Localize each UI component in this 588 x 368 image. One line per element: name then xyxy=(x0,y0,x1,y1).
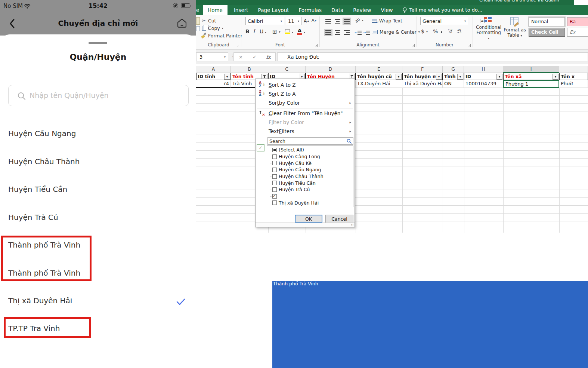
align-bottom-button[interactable] xyxy=(343,18,351,25)
format-painter-button[interactable]: Format Painter xyxy=(201,33,242,39)
tell-me-box[interactable]: Tell me what you want to do... xyxy=(407,5,483,15)
italic-button[interactable]: I xyxy=(253,28,255,34)
data-cell[interactable]: Phườ xyxy=(559,80,588,88)
home-button[interactable] xyxy=(176,17,188,30)
data-cell[interactable]: 1000104739 xyxy=(464,80,503,88)
align-right-button[interactable] xyxy=(343,29,351,36)
column-filter-button[interactable]: ▾ xyxy=(224,74,230,80)
menu-item-clear-filter[interactable]: × Clear Filter From "Tên Huyện" xyxy=(256,109,355,118)
number-format-select[interactable]: General▾ xyxy=(420,17,468,25)
filter-header-cell[interactable]: Tên huyện mớ▾ xyxy=(402,73,443,80)
menu-item-sort-a-to-z[interactable]: AZ↓ Sort A to Z xyxy=(256,80,355,89)
menu-item-sort-z-to-a[interactable]: ZA↓ Sort Z to A xyxy=(256,89,355,98)
column-header-j[interactable] xyxy=(559,66,588,73)
filter-header-cell[interactable]: Tình t▾ xyxy=(443,73,464,80)
filter-search-input[interactable] xyxy=(269,138,344,144)
cancel-button[interactable]: Cancel xyxy=(325,215,353,223)
data-cell[interactable]: Thị xã Duyên Hải xyxy=(402,80,443,88)
fill-color-button[interactable] xyxy=(285,29,290,34)
checklist-item[interactable]: Huyện Cầu Kè xyxy=(272,160,353,166)
font-dialog-launcher[interactable] xyxy=(314,44,318,47)
checklist-item[interactable]: Huyện Tiểu Cần xyxy=(272,180,353,186)
search-input[interactable] xyxy=(30,85,179,105)
align-left-button[interactable] xyxy=(324,29,332,36)
list-item-district[interactable]: Thành phố Trà Vinh xyxy=(8,269,188,279)
align-middle-button[interactable] xyxy=(333,18,342,25)
data-cell[interactable]: ON xyxy=(443,80,464,88)
column-filter-button[interactable]: ▾ xyxy=(496,74,502,80)
column-header-h[interactable]: H xyxy=(464,66,503,73)
tab-home[interactable]: Home xyxy=(203,5,228,15)
alignment-dialog-launcher[interactable] xyxy=(411,44,415,47)
font-size-select[interactable]: 11▾ xyxy=(286,17,301,25)
increase-indent-button[interactable]: → xyxy=(363,29,371,36)
list-item-district[interactable]: Thành phố Trà Vinh xyxy=(8,240,188,251)
grow-font-button[interactable]: A▲ xyxy=(304,18,309,24)
cut-button[interactable]: ✂Cut xyxy=(202,18,216,24)
ok-button[interactable]: OK xyxy=(295,215,322,223)
column-header-f[interactable]: F xyxy=(402,66,443,73)
underline-dropdown[interactable]: ▾ xyxy=(265,31,266,34)
filter-header-cell[interactable]: Tên xã▾ xyxy=(503,73,559,80)
list-item-district[interactable]: Huyện Trà Cú xyxy=(8,213,188,223)
tab-insert[interactable]: Insert xyxy=(229,5,253,15)
checklist-item-checked[interactable]: ✓Thành phố Trà Vinh xyxy=(272,193,353,200)
formula-input[interactable]: Xa Long Đưc xyxy=(277,52,588,61)
column-header-c[interactable]: C xyxy=(268,66,306,73)
decrease-indent-button[interactable]: ← xyxy=(354,29,363,36)
checklist-item[interactable]: Huyện Châu Thành xyxy=(272,173,353,180)
column-header-e[interactable]: E xyxy=(356,66,402,73)
tab-view[interactable]: View xyxy=(376,5,398,15)
filter-header-cell[interactable]: Tên huyện cũ▾ xyxy=(356,73,402,80)
filter-header-cell[interactable]: ID tỉnh▾ xyxy=(196,73,231,80)
district-search-field[interactable] xyxy=(8,85,189,106)
accounting-format-button[interactable]: $▾ xyxy=(421,28,428,34)
borders-button[interactable]: ⊞▾ xyxy=(272,28,281,35)
sheet-drag-handle[interactable] xyxy=(89,42,107,44)
list-item-district[interactable]: Huyện Châu Thành xyxy=(8,157,188,168)
list-item-district[interactable]: TP.TP Tra Vinh xyxy=(8,324,188,334)
data-cell[interactable]: TX.Duyên Hải xyxy=(356,80,402,88)
conditional-formatting-button[interactable]: ≠ ConditionalFormatting ▾ xyxy=(476,17,502,41)
decrease-decimal-button[interactable]: .00 →.0 xyxy=(457,29,461,34)
comma-style-button[interactable]: , xyxy=(440,27,443,34)
number-dialog-launcher[interactable] xyxy=(467,44,471,47)
data-cell[interactable]: 74 xyxy=(196,80,231,88)
clipboard-dialog-launcher[interactable] xyxy=(236,44,239,47)
data-cell-active[interactable]: Phường 1 xyxy=(503,80,559,88)
paste-button-fragment[interactable] xyxy=(196,17,200,25)
filter-search-field[interactable] xyxy=(267,137,353,145)
tab-review[interactable]: Review xyxy=(348,5,376,15)
column-header-a[interactable]: A xyxy=(196,66,231,73)
cancel-entry-button[interactable]: × xyxy=(234,53,248,61)
orientation-button[interactable]: ab▾ xyxy=(355,18,363,23)
column-filter-button[interactable]: ▾ xyxy=(396,74,402,80)
file-tab-fragment[interactable]: e xyxy=(196,5,201,15)
align-center-button[interactable] xyxy=(333,29,342,36)
list-item-district[interactable]: Huyện Cầu Ngang xyxy=(8,129,188,139)
confirm-entry-button[interactable]: ✓ xyxy=(248,53,261,61)
list-item-district[interactable]: Huyện Tiểu Cần xyxy=(8,185,188,195)
cell-style-normal[interactable]: Normal xyxy=(529,17,565,26)
increase-decimal-button[interactable]: ←.0 .00 xyxy=(448,29,452,34)
list-item-district-selected[interactable]: Thị xã Duyên Hải xyxy=(8,296,188,307)
percent-style-button[interactable]: % xyxy=(433,28,438,34)
column-header-i[interactable]: I xyxy=(503,66,559,73)
cell-style-explanatory[interactable]: Ex xyxy=(567,28,588,37)
tab-data[interactable]: Data xyxy=(327,5,348,15)
bold-button[interactable]: B xyxy=(245,28,250,34)
column-header-b[interactable]: B xyxy=(231,66,268,73)
column-filter-button[interactable]: ▾ xyxy=(553,74,558,80)
shrink-font-button[interactable]: A▼ xyxy=(312,18,316,23)
menu-item-text-filters[interactable]: Text Filters ▸ xyxy=(256,127,355,136)
menu-resize-grip[interactable]: ∷ xyxy=(256,223,355,227)
copy-button[interactable]: Copy▾ xyxy=(202,25,223,31)
underline-button[interactable]: U xyxy=(260,28,263,34)
insert-function-button[interactable]: fx xyxy=(261,53,275,61)
align-top-button[interactable] xyxy=(324,18,332,25)
font-name-select[interactable]: Calibri▾ xyxy=(245,17,284,25)
name-box[interactable]: 3▾ xyxy=(196,52,228,61)
column-filter-button[interactable]: ▾ xyxy=(436,74,442,80)
checklist-item[interactable]: Huyện Càng Long xyxy=(272,153,353,160)
checklist-item-select-all[interactable]: (Select All) xyxy=(272,147,353,153)
